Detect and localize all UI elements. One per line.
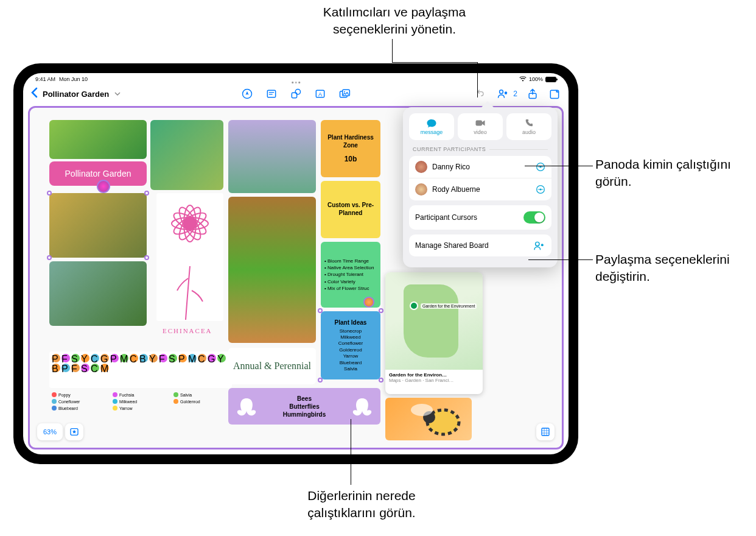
selection-handle[interactable]: [144, 191, 149, 196]
echinacea-label: ECHINACEA: [163, 327, 212, 334]
legend-card[interactable]: PFS YCG PMC BYF SPM CGY BPF SCM Poppy Fu…: [49, 351, 232, 434]
participant-cursors-toggle-row[interactable]: Participant Cursors: [409, 205, 551, 230]
callout-bottom: Diğerlerinin nerede çalıştıklarını görün…: [282, 487, 441, 522]
btn-label: video: [474, 129, 487, 135]
svg-point-21: [184, 217, 196, 230]
info-icon[interactable]: [536, 185, 545, 194]
selection-handle[interactable]: [318, 378, 323, 383]
photo-field[interactable]: [228, 197, 316, 343]
photo-hummingbird[interactable]: [228, 120, 316, 193]
sticky-note-button[interactable]: [265, 87, 278, 100]
participant-row[interactable]: Rody Albuerne: [409, 178, 551, 200]
photo-card[interactable]: [49, 120, 147, 159]
collaboration-popover: message video audio CURRENT PARTICIPANTS…: [403, 107, 558, 267]
note-title: Plant Hardiness Zone: [324, 133, 377, 149]
phone-icon: [523, 118, 534, 128]
map-card[interactable]: Garden for the Environment Garden for th…: [385, 272, 483, 394]
note-hardiness[interactable]: Plant Hardiness Zone 10b: [321, 120, 380, 177]
manage-shared-board-row[interactable]: Manage Shared Board: [409, 234, 551, 256]
selection-handle[interactable]: [47, 255, 52, 260]
photo-bee[interactable]: [49, 193, 147, 258]
callout-right1: Panoda kimin çalıştığını görün.: [595, 156, 756, 191]
btn-label: audio: [522, 129, 536, 135]
note-title: Plant Ideas: [335, 319, 367, 326]
svg-rect-32: [476, 121, 483, 126]
map-meta: Maps · Garden · San Franci…: [389, 378, 479, 383]
popover-audio-button[interactable]: audio: [506, 113, 551, 140]
note-annual[interactable]: Annual & Perennial: [228, 348, 316, 384]
participant-cursor-avatar-2: [363, 297, 374, 308]
svg-rect-27: [542, 428, 549, 436]
selection-handle[interactable]: [318, 308, 323, 313]
board-title[interactable]: Pollinator Garden: [43, 90, 109, 99]
status-bar: 9:41 AM Mon Jun 10 100%: [23, 73, 569, 84]
btn-label: message: [421, 129, 443, 135]
note-text: Custom vs. Pre-Planned: [324, 201, 377, 217]
note-value: 10b: [345, 155, 357, 164]
svg-text:A: A: [318, 91, 323, 97]
grid-toggle[interactable]: [536, 423, 555, 440]
selection-handle[interactable]: [379, 378, 383, 383]
photo-garden[interactable]: [49, 261, 147, 326]
callout-top-line-v2: [477, 62, 478, 97]
wifi-icon: [519, 76, 527, 82]
note-bloom[interactable]: • Bloom Time Range • Native Area Selecti…: [321, 242, 380, 308]
handwritten-text: Annual & Perennial: [233, 361, 311, 372]
info-icon[interactable]: [536, 162, 545, 172]
selection-handle[interactable]: [379, 308, 383, 313]
map-label: Garden for the Environment: [421, 303, 477, 309]
participant-row[interactable]: Danny Rico: [409, 156, 551, 178]
battery-pct: 100%: [529, 76, 543, 82]
message-icon: [426, 118, 437, 128]
chevron-down-icon[interactable]: [114, 91, 121, 97]
share-button[interactable]: [526, 87, 539, 100]
zoom-control[interactable]: 63%: [37, 423, 63, 440]
photo-butterfly[interactable]: [150, 120, 223, 190]
popover-video-button[interactable]: video: [458, 113, 503, 140]
callout-r1-line: [525, 166, 593, 166]
collab-icon: [533, 241, 545, 250]
note-text: Bees Butterflies Hummingbirds: [283, 395, 326, 418]
legend-key: Poppy Fuchsia Salvia Coneflower Milkweed…: [49, 390, 232, 413]
photo-bee-2[interactable]: [385, 398, 472, 440]
pen-tool-button[interactable]: [240, 87, 254, 100]
selection-handle[interactable]: [144, 255, 149, 260]
svg-rect-9: [343, 90, 350, 96]
participants-list: Danny Rico Rody Albuerne: [409, 156, 551, 200]
flower-sketch[interactable]: [156, 193, 223, 321]
svg-point-40: [541, 244, 544, 246]
avatar: [415, 161, 427, 173]
popover-message-button[interactable]: message: [409, 113, 454, 140]
collab-count: 2: [513, 90, 517, 98]
favorites-button[interactable]: [65, 423, 83, 440]
back-button[interactable]: [30, 87, 38, 101]
callout-top-line-v: [392, 39, 393, 62]
note-plant-ideas[interactable]: Plant Ideas Stonecrop Milkweed Coneflowe…: [321, 311, 380, 379]
multitask-handle[interactable]: [292, 82, 300, 83]
new-board-button[interactable]: [548, 87, 561, 100]
participant-name: Danny Rico: [432, 163, 470, 171]
callout-b-line: [351, 419, 351, 485]
ipad-screen: 9:41 AM Mon Jun 10 100% Pollinator Garde…: [23, 73, 569, 454]
svg-point-11: [500, 90, 503, 94]
selection-handle[interactable]: [47, 191, 52, 196]
collaborate-button[interactable]: [496, 87, 509, 100]
ipad-frame: 9:41 AM Mon Jun 10 100% Pollinator Garde…: [13, 63, 578, 464]
map-title: Garden for the Environ…: [389, 372, 479, 378]
shapes-button[interactable]: [289, 87, 303, 100]
callout-top-line-h: [392, 62, 477, 63]
media-button[interactable]: [338, 87, 351, 100]
svg-point-25: [411, 404, 433, 416]
text-button[interactable]: A: [313, 87, 327, 100]
row-label: Participant Cursors: [415, 213, 477, 222]
toolbar-center: A: [240, 87, 351, 100]
status-date: Mon Jun 10: [59, 76, 88, 82]
svg-point-39: [536, 242, 539, 245]
note-custom[interactable]: Custom vs. Pre-Planned: [321, 181, 380, 238]
participants-header: CURRENT PARTICIPANTS: [413, 146, 548, 152]
toggle-switch[interactable]: [523, 211, 545, 224]
undo-button[interactable]: [474, 87, 488, 100]
callout-r2-line: [528, 259, 593, 260]
note-bees[interactable]: Bees Butterflies Hummingbirds: [228, 388, 380, 425]
avatar: [415, 183, 427, 196]
